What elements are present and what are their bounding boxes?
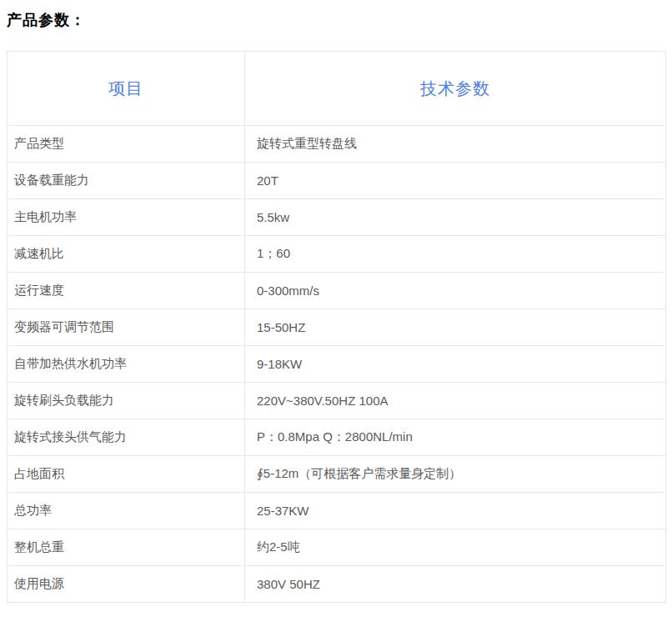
item-cell: 自带加热供水机功率 <box>8 346 245 383</box>
table-row: 主电机功率5.5kw <box>8 199 666 236</box>
item-cell: 减速机比 <box>8 236 245 273</box>
header-item: 项目 <box>8 52 245 126</box>
table-row: 旋转刷头负载能力220V~380V.50HZ 100A <box>8 383 666 419</box>
table-row: 自带加热供水机功率9-18KW <box>8 346 666 383</box>
product-parameters-page: 产品参数： 项目 技术参数 产品类型旋转式重型转盘线设备载重能力20T主电机功率… <box>0 0 672 627</box>
table-row: 减速机比1；60 <box>8 236 666 273</box>
value-cell: 20T <box>245 163 666 199</box>
item-cell: 设备载重能力 <box>8 163 245 199</box>
value-cell: 25-37KW <box>245 493 666 529</box>
table-row: 旋转式接头供气能力P：0.8Mpa Q：2800NL/min <box>8 419 666 456</box>
table-row: 占地面积∮5-12m（可根据客户需求量身定制） <box>8 456 666 493</box>
item-cell: 旋转刷头负载能力 <box>8 383 245 419</box>
table-row: 使用电源380V 50HZ <box>8 566 666 603</box>
value-cell: 5.5kw <box>245 199 666 236</box>
spec-table: 项目 技术参数 产品类型旋转式重型转盘线设备载重能力20T主电机功率5.5kw减… <box>7 51 666 603</box>
table-row: 设备载重能力20T <box>8 163 666 199</box>
item-cell: 占地面积 <box>8 456 245 493</box>
value-cell: 220V~380V.50HZ 100A <box>245 383 666 419</box>
table-row: 运行速度0-300mm/s <box>8 273 666 309</box>
spec-table-body: 产品类型旋转式重型转盘线设备载重能力20T主电机功率5.5kw减速机比1；60运… <box>8 126 666 603</box>
value-cell: 约2-5吨 <box>245 529 666 566</box>
item-cell: 总功率 <box>8 493 245 529</box>
table-row: 产品类型旋转式重型转盘线 <box>8 126 666 163</box>
page-title: 产品参数： <box>7 10 665 30</box>
item-cell: 产品类型 <box>8 126 245 163</box>
item-cell: 整机总重 <box>8 529 245 566</box>
value-cell: 380V 50HZ <box>245 566 666 603</box>
value-cell: P：0.8Mpa Q：2800NL/min <box>245 419 666 456</box>
value-cell: 0-300mm/s <box>245 273 666 309</box>
item-cell: 旋转式接头供气能力 <box>8 419 245 456</box>
item-cell: 运行速度 <box>8 273 245 309</box>
value-cell: 15-50HZ <box>245 309 666 346</box>
value-cell: ∮5-12m（可根据客户需求量身定制） <box>245 456 666 493</box>
table-row: 变频器可调节范围15-50HZ <box>8 309 666 346</box>
value-cell: 9-18KW <box>245 346 666 383</box>
item-cell: 使用电源 <box>8 566 245 603</box>
table-row: 总功率25-37KW <box>8 493 666 529</box>
item-cell: 主电机功率 <box>8 199 245 236</box>
value-cell: 1；60 <box>245 236 666 273</box>
header-row: 项目 技术参数 <box>8 52 666 126</box>
header-tech-params: 技术参数 <box>245 52 666 126</box>
table-row: 整机总重约2-5吨 <box>8 529 666 566</box>
value-cell: 旋转式重型转盘线 <box>245 126 666 163</box>
item-cell: 变频器可调节范围 <box>8 309 245 346</box>
spec-table-header: 项目 技术参数 <box>8 52 666 126</box>
